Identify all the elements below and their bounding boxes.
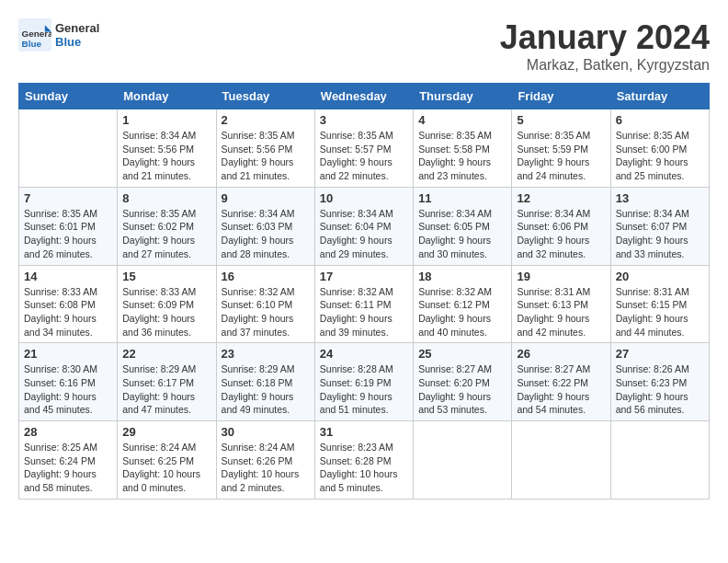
calendar-cell: 29Sunrise: 8:24 AMSunset: 6:25 PMDayligh… <box>118 421 216 500</box>
calendar-cell: 17Sunrise: 8:32 AMSunset: 6:11 PMDayligh… <box>314 265 413 343</box>
day-info: Sunrise: 8:35 AMSunset: 5:56 PMDaylight:… <box>222 129 310 183</box>
day-info: Sunrise: 8:28 AMSunset: 6:19 PMDaylight:… <box>320 362 408 417</box>
day-number: 18 <box>418 270 506 283</box>
day-number: 10 <box>320 191 408 205</box>
day-number: 5 <box>517 113 605 127</box>
calendar: SundayMondayTuesdayWednesdayThursdayFrid… <box>18 83 710 500</box>
calendar-cell: 16Sunrise: 8:32 AMSunset: 6:10 PMDayligh… <box>216 265 314 343</box>
calendar-cell <box>610 421 709 500</box>
day-number: 12 <box>517 191 605 205</box>
calendar-cell: 21Sunrise: 8:30 AMSunset: 6:16 PMDayligh… <box>19 343 118 421</box>
logo: General Blue General Blue <box>18 18 99 52</box>
calendar-cell: 30Sunrise: 8:24 AMSunset: 6:26 PMDayligh… <box>216 421 314 500</box>
day-info: Sunrise: 8:26 AMSunset: 6:23 PMDaylight:… <box>616 362 704 417</box>
calendar-cell: 3Sunrise: 8:35 AMSunset: 5:57 PMDaylight… <box>314 109 413 188</box>
calendar-cell: 20Sunrise: 8:31 AMSunset: 6:15 PMDayligh… <box>610 265 709 343</box>
calendar-cell: 19Sunrise: 8:31 AMSunset: 6:13 PMDayligh… <box>512 265 610 343</box>
calendar-cell: 25Sunrise: 8:27 AMSunset: 6:20 PMDayligh… <box>414 343 512 421</box>
day-number: 26 <box>517 347 605 361</box>
calendar-cell: 12Sunrise: 8:34 AMSunset: 6:06 PMDayligh… <box>512 187 610 265</box>
day-number: 9 <box>222 191 310 205</box>
calendar-week-3: 14Sunrise: 8:33 AMSunset: 6:08 PMDayligh… <box>19 265 710 343</box>
day-info: Sunrise: 8:35 AMSunset: 5:59 PMDaylight:… <box>517 129 605 183</box>
day-info: Sunrise: 8:34 AMSunset: 6:06 PMDaylight:… <box>517 207 605 261</box>
calendar-header-tuesday: Tuesday <box>216 84 314 109</box>
calendar-cell: 6Sunrise: 8:35 AMSunset: 6:00 PMDaylight… <box>610 109 709 188</box>
day-number: 16 <box>222 270 310 283</box>
calendar-header-monday: Monday <box>118 84 216 109</box>
day-info: Sunrise: 8:35 AMSunset: 6:01 PMDaylight:… <box>24 207 112 261</box>
day-info: Sunrise: 8:23 AMSunset: 6:28 PMDaylight:… <box>320 441 408 495</box>
page: General Blue General Blue January 2024 M… <box>0 0 728 509</box>
calendar-week-1: 1Sunrise: 8:34 AMSunset: 5:56 PMDaylight… <box>19 109 710 188</box>
calendar-week-4: 21Sunrise: 8:30 AMSunset: 6:16 PMDayligh… <box>19 343 710 421</box>
day-info: Sunrise: 8:24 AMSunset: 6:25 PMDaylight:… <box>122 441 210 495</box>
day-number: 23 <box>222 347 310 361</box>
calendar-cell: 15Sunrise: 8:33 AMSunset: 6:09 PMDayligh… <box>118 265 216 343</box>
day-info: Sunrise: 8:35 AMSunset: 5:58 PMDaylight:… <box>418 129 506 183</box>
logo-icon: General Blue <box>18 18 51 52</box>
day-info: Sunrise: 8:25 AMSunset: 6:24 PMDaylight:… <box>24 441 112 495</box>
calendar-header-thursday: Thursday <box>414 84 512 109</box>
day-info: Sunrise: 8:29 AMSunset: 6:17 PMDaylight:… <box>122 362 210 417</box>
day-number: 3 <box>320 113 408 127</box>
day-info: Sunrise: 8:34 AMSunset: 6:05 PMDaylight:… <box>418 207 506 261</box>
calendar-header-saturday: Saturday <box>610 84 709 109</box>
day-number: 1 <box>122 113 210 127</box>
day-number: 14 <box>24 270 112 283</box>
day-info: Sunrise: 8:34 AMSunset: 6:03 PMDaylight:… <box>222 207 310 261</box>
day-info: Sunrise: 8:34 AMSunset: 6:04 PMDaylight:… <box>320 207 408 261</box>
calendar-cell <box>512 421 610 500</box>
day-info: Sunrise: 8:27 AMSunset: 6:20 PMDaylight:… <box>418 362 506 417</box>
calendar-cell: 28Sunrise: 8:25 AMSunset: 6:24 PMDayligh… <box>19 421 118 500</box>
day-info: Sunrise: 8:35 AMSunset: 5:57 PMDaylight:… <box>320 129 408 183</box>
day-number: 20 <box>616 270 704 283</box>
day-number: 7 <box>24 191 112 205</box>
calendar-cell: 11Sunrise: 8:34 AMSunset: 6:05 PMDayligh… <box>414 187 512 265</box>
day-number: 15 <box>122 270 210 283</box>
calendar-week-2: 7Sunrise: 8:35 AMSunset: 6:01 PMDaylight… <box>19 187 710 265</box>
day-number: 17 <box>320 270 408 283</box>
calendar-cell: 31Sunrise: 8:23 AMSunset: 6:28 PMDayligh… <box>314 421 413 500</box>
location: Markaz, Batken, Kyrgyzstan <box>500 57 710 74</box>
day-number: 28 <box>24 425 112 439</box>
day-info: Sunrise: 8:35 AMSunset: 6:02 PMDaylight:… <box>122 207 210 261</box>
day-info: Sunrise: 8:24 AMSunset: 6:26 PMDaylight:… <box>222 441 310 495</box>
header: General Blue General Blue January 2024 M… <box>18 18 710 74</box>
day-number: 6 <box>616 113 704 127</box>
calendar-header-sunday: Sunday <box>19 84 118 109</box>
day-info: Sunrise: 8:27 AMSunset: 6:22 PMDaylight:… <box>517 362 605 417</box>
calendar-cell <box>19 109 118 188</box>
day-info: Sunrise: 8:31 AMSunset: 6:15 PMDaylight:… <box>616 285 704 339</box>
day-number: 30 <box>222 425 310 439</box>
day-number: 31 <box>320 425 408 439</box>
calendar-cell: 4Sunrise: 8:35 AMSunset: 5:58 PMDaylight… <box>414 109 512 188</box>
day-info: Sunrise: 8:32 AMSunset: 6:11 PMDaylight:… <box>320 285 408 339</box>
day-number: 2 <box>222 113 310 127</box>
day-info: Sunrise: 8:35 AMSunset: 6:00 PMDaylight:… <box>616 129 704 183</box>
calendar-cell: 1Sunrise: 8:34 AMSunset: 5:56 PMDaylight… <box>118 109 216 188</box>
day-info: Sunrise: 8:34 AMSunset: 6:07 PMDaylight:… <box>616 207 704 261</box>
calendar-cell: 18Sunrise: 8:32 AMSunset: 6:12 PMDayligh… <box>414 265 512 343</box>
day-number: 21 <box>24 347 112 361</box>
calendar-cell: 27Sunrise: 8:26 AMSunset: 6:23 PMDayligh… <box>610 343 709 421</box>
day-info: Sunrise: 8:34 AMSunset: 5:56 PMDaylight:… <box>122 129 210 183</box>
day-number: 19 <box>517 270 605 283</box>
day-number: 4 <box>418 113 506 127</box>
day-number: 27 <box>616 347 704 361</box>
day-info: Sunrise: 8:33 AMSunset: 6:08 PMDaylight:… <box>24 285 112 339</box>
day-number: 29 <box>122 425 210 439</box>
day-info: Sunrise: 8:33 AMSunset: 6:09 PMDaylight:… <box>122 285 210 339</box>
svg-text:Blue: Blue <box>22 39 42 49</box>
calendar-cell: 14Sunrise: 8:33 AMSunset: 6:08 PMDayligh… <box>19 265 118 343</box>
calendar-header-row: SundayMondayTuesdayWednesdayThursdayFrid… <box>19 84 710 109</box>
calendar-cell: 26Sunrise: 8:27 AMSunset: 6:22 PMDayligh… <box>512 343 610 421</box>
calendar-cell: 10Sunrise: 8:34 AMSunset: 6:04 PMDayligh… <box>314 187 413 265</box>
day-info: Sunrise: 8:32 AMSunset: 6:10 PMDaylight:… <box>222 285 310 339</box>
calendar-cell: 7Sunrise: 8:35 AMSunset: 6:01 PMDaylight… <box>19 187 118 265</box>
day-info: Sunrise: 8:31 AMSunset: 6:13 PMDaylight:… <box>517 285 605 339</box>
calendar-cell: 9Sunrise: 8:34 AMSunset: 6:03 PMDaylight… <box>216 187 314 265</box>
calendar-cell: 8Sunrise: 8:35 AMSunset: 6:02 PMDaylight… <box>118 187 216 265</box>
calendar-week-5: 28Sunrise: 8:25 AMSunset: 6:24 PMDayligh… <box>19 421 710 500</box>
calendar-header-wednesday: Wednesday <box>314 84 413 109</box>
